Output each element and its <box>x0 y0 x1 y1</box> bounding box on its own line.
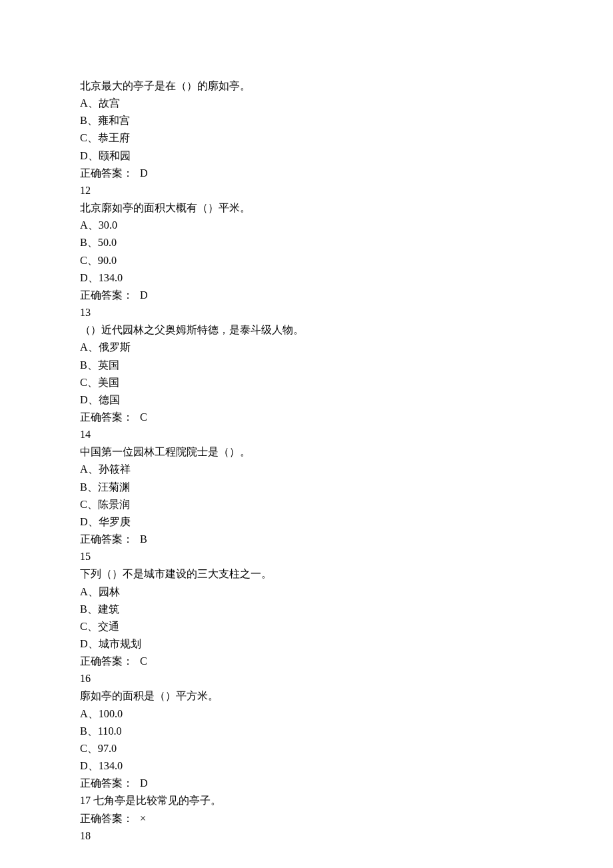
answer-value: B <box>140 533 147 545</box>
answer-label: 正确答案： <box>80 655 133 667</box>
option-a: A、园林 <box>80 583 533 601</box>
question-number: 14 <box>80 426 533 443</box>
answer-label: 正确答案： <box>80 533 133 545</box>
document-page: 北京最大的亭子是在（）的廓如亭。 A、故宫 B、雍和宫 C、恭王府 D、颐和园 … <box>0 0 613 868</box>
answer-label: 正确答案： <box>80 813 133 825</box>
question-number: 12 <box>80 182 533 199</box>
option-d: D、颐和园 <box>80 147 533 165</box>
option-c: C、陈景润 <box>80 496 533 513</box>
answer-line: 正确答案： C <box>80 653 533 670</box>
answer-line: 正确答案： B <box>80 531 533 548</box>
option-b: B、建筑 <box>80 601 533 618</box>
question-stem: 中国第一位园林工程院院士是（）。 <box>80 443 533 461</box>
option-d: D、134.0 <box>80 757 533 775</box>
question-number: 15 <box>80 548 533 565</box>
answer-value: D <box>140 289 148 301</box>
answer-line: 正确答案： D <box>80 775 533 792</box>
option-b: B、雍和宫 <box>80 112 533 129</box>
option-b: B、50.0 <box>80 234 533 251</box>
option-d: D、华罗庚 <box>80 513 533 531</box>
question-stem: 17 七角亭是比较常见的亭子。 <box>80 792 533 809</box>
option-b: B、汪菊渊 <box>80 479 533 496</box>
answer-line: 正确答案： D <box>80 287 533 304</box>
option-a: A、30.0 <box>80 217 533 234</box>
answer-label: 正确答案： <box>80 777 133 789</box>
question-stem: 北京廓如亭的面积大概有（）平米。 <box>80 199 533 217</box>
answer-line: 正确答案： C <box>80 409 533 426</box>
question-number: 16 <box>80 670 533 687</box>
option-c: C、美国 <box>80 374 533 391</box>
option-d: D、134.0 <box>80 269 533 287</box>
option-c: C、90.0 <box>80 252 533 269</box>
option-c: C、恭王府 <box>80 129 533 147</box>
question-stem: 廓如亭的面积是（）平方米。 <box>80 687 533 705</box>
answer-line: 正确答案： D <box>80 165 533 182</box>
answer-value: C <box>140 655 147 667</box>
question-stem: 下列（）不是城市建设的三大支柱之一。 <box>80 565 533 583</box>
option-b: B、英国 <box>80 357 533 374</box>
answer-value: D <box>140 167 148 179</box>
answer-value: D <box>140 777 148 789</box>
answer-label: 正确答案： <box>80 289 133 301</box>
question-number: 18 <box>80 827 533 845</box>
option-d: D、德国 <box>80 391 533 409</box>
option-a: A、故宫 <box>80 95 533 112</box>
option-c: C、97.0 <box>80 740 533 757</box>
question-stem: 北京最大的亭子是在（）的廓如亭。 <box>80 77 533 95</box>
option-a: A、孙筱祥 <box>80 461 533 478</box>
answer-label: 正确答案： <box>80 167 133 179</box>
question-number: 13 <box>80 304 533 321</box>
option-c: C、交通 <box>80 618 533 635</box>
option-b: B、110.0 <box>80 723 533 740</box>
answer-value: C <box>140 411 147 423</box>
option-d: D、城市规划 <box>80 635 533 653</box>
question-stem: （）近代园林之父奥姆斯特德，是泰斗级人物。 <box>80 321 533 339</box>
option-a: A、100.0 <box>80 705 533 723</box>
answer-value: × <box>140 813 146 825</box>
answer-line: 正确答案： × <box>80 810 533 827</box>
answer-label: 正确答案： <box>80 411 133 423</box>
option-a: A、俄罗斯 <box>80 339 533 356</box>
